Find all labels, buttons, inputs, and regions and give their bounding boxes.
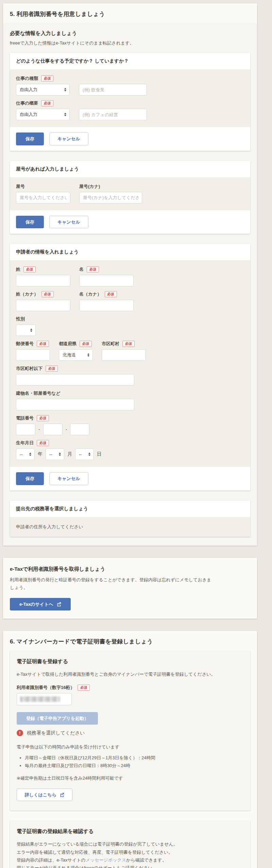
certificate-register-title: 電子証明書を登録する [17,658,243,665]
phone-separator: - [66,427,67,432]
tax-office-note: 申請者の住所を入力してください [10,517,250,537]
required-badge: 必須 [37,341,49,347]
result-line-3-before: 登録内容の詳細は、e-Taxサイトの [17,857,86,863]
user-id-label: 利用者識別番号（数字16桁） [17,685,74,691]
schedule-item: 毎月の最終土曜日及び翌日の日曜日：8時30分～24時 [25,762,243,769]
details-button-label: 詳しくはこちら [25,792,56,797]
job-summary-select[interactable]: 自由入力 [16,109,70,120]
first-name-input[interactable] [79,275,134,286]
chevron-updown-icon [29,453,31,456]
message-box-link[interactable]: メッセージボックス [86,857,126,863]
job-type-select-value: 自由入力 [20,87,37,93]
chevron-updown-icon [87,353,89,357]
birth-month-select[interactable]: -- [46,448,64,460]
tax-office-card-title: 提出先の税務署を選択しましょう [10,501,250,517]
job-type-label: 仕事の種類 [16,75,38,82]
cancel-button[interactable]: キャンセル [49,216,88,229]
certificate-result-title: 電子証明書の登録結果を確認する [17,828,243,835]
phone-input-2[interactable] [43,424,63,435]
day-suffix: 日 [97,451,102,457]
etax-card-title: e-Taxで利用者識別番号を取得しましょう [10,566,250,572]
certificate-register-description: e-Taxサイトで取得した利用者識別番号とご自身のマイナンバーで電子証明書を登録… [17,670,243,678]
job-summary-label: 仕事の概要 [16,100,38,106]
required-badge: 必須 [122,341,135,347]
trade-name-input[interactable] [16,192,70,203]
save-button[interactable]: 保存 [16,216,44,229]
required-badge: 必須 [41,291,54,297]
trade-name-form: 屋号 屋号(カナ) [10,177,250,210]
page: 5. 利用者識別番号を用意しましょう 必要な情報を入力しましょう freeeで入… [0,0,272,868]
required-badge: 必須 [80,341,92,347]
required-badge: 必須 [46,366,58,372]
etax-card: e-Taxで利用者識別番号を取得しましょう 利用者識別番号の発行と暗証番号の登録… [3,558,257,619]
phone-input-3[interactable] [70,424,89,435]
job-card-title: どのような仕事をする予定ですか？ していますか？ [10,53,250,69]
phone-input-1[interactable] [16,424,35,435]
trade-name-kana-input[interactable] [79,192,142,203]
section-5-title: 5. 利用者識別番号を用意しましょう [10,10,250,18]
required-badge: 必須 [87,266,99,272]
section-6-title: 6. マイナンバーカードで電子証明書を登録しましょう [10,638,250,645]
user-id-input[interactable] [17,693,72,705]
prefecture-select[interactable]: 北海道 [59,349,93,361]
etax-site-button-label: e-Taxのサイトへ [19,602,53,607]
chevron-updown-icon [88,453,90,456]
redacted-user-id-value [20,696,60,702]
error-icon [17,730,23,736]
save-button[interactable]: 保存 [16,132,44,145]
birth-month-value: -- [49,452,52,457]
birth-year-select[interactable]: -- [16,448,35,460]
first-name-kana-input[interactable] [79,300,134,311]
address-input[interactable] [16,374,134,386]
job-type-input[interactable] [79,84,147,95]
certificate-result-description: 登録結果がエラーになっている場合には電子証明書の登録が完了していません。 エラー… [17,840,243,868]
cancel-button[interactable]: キャンセル [49,132,88,145]
chevron-updown-icon [64,88,66,92]
phone-label: 電話番号 [16,415,34,421]
details-button[interactable]: 詳しくはこちら [17,789,72,801]
last-name-input[interactable] [16,275,70,286]
month-suffix: 月 [67,451,72,457]
schedule-item: 月曜日～金曜日（休祝日及び12月29日～1月3日を除く）：24時間 [25,754,243,762]
register-button[interactable]: 登録（電子申告アプリを起動） [17,712,98,725]
birth-year-value: -- [20,452,23,457]
prefecture-label: 都道府県 [59,341,76,347]
applicant-card-title: 申請者の情報を入れましょう [10,244,250,260]
section-5: 5. 利用者識別番号を用意しましょう 必要な情報を入力しましょう freeeで入… [3,3,257,546]
chevron-updown-icon [59,453,61,456]
applicant-card: 申請者の情報を入れましょう 姓 必須 名 [10,244,250,491]
tax-office-card: 提出先の税務署を選択しましょう 申請者の住所を入力してください [10,501,250,537]
required-badge: 必須 [37,440,49,446]
gender-select[interactable] [16,324,36,336]
section-6: 6. マイナンバーカードで電子証明書を登録しましょう 電子証明書を登録する e-… [3,631,257,868]
birth-day-select[interactable]: -- [75,448,94,460]
certificate-register-card: 電子証明書を登録する e-Taxサイトで取得した利用者識別番号とご自身のマイナン… [10,651,250,811]
section-5-body: 必要な情報を入力しましょう freeeで入力した情報はe-Taxサイトにそのまま… [3,23,257,546]
required-badge: 必須 [78,685,90,691]
city-input[interactable] [102,349,146,361]
last-name-kana-label: 姓（カナ） [16,291,38,297]
address-label: 市区町村以下 [16,366,42,372]
year-suffix: 年 [38,451,42,457]
job-type-select[interactable]: 自由入力 [16,84,70,95]
cancel-button[interactable]: キャンセル [49,472,88,485]
birth-day-value: -- [79,452,82,457]
result-line-3-after: から確認できます。 [126,857,167,863]
trade-name-label: 屋号 [16,183,25,190]
etax-card-description: 利用者識別番号の発行と暗証番号の登録をすることができます。登録内容は忘れずにメモ… [10,576,214,592]
etax-site-button[interactable]: e-Taxのサイトへ [10,598,71,611]
result-line-1: 登録結果がエラーになっている場合には電子証明書の登録が完了していません。 [17,842,178,847]
trade-name-kana-label: 屋号(カナ) [79,183,100,190]
job-summary-input[interactable] [79,109,147,120]
last-name-kana-input[interactable] [16,300,70,311]
tax-office-error-message: 税務署を選択してください [27,730,85,736]
first-name-label: 名 [79,266,84,272]
schedule-intro: 電子申告は以下の時間のみ申請を受け付けています [17,743,243,751]
required-badge: 必須 [23,266,36,272]
building-input[interactable] [16,399,134,410]
job-card-form: 仕事の種類 必須 自由入力 仕事の概要 [10,69,250,127]
external-link-icon [60,793,64,797]
postal-code-input[interactable] [16,349,50,361]
save-button[interactable]: 保存 [16,472,44,485]
required-badge: 必須 [37,415,49,421]
